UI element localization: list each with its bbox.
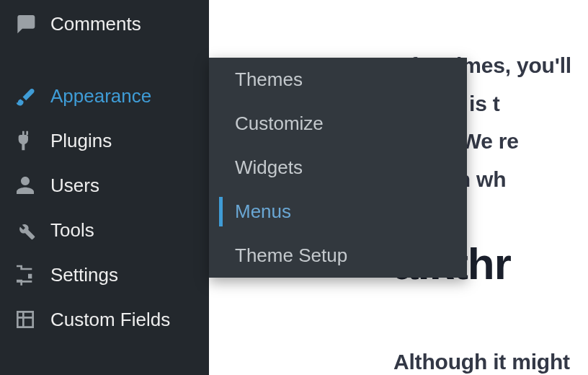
sidebar-item-label: Users	[50, 175, 99, 197]
submenu-item-menus[interactable]: Menus	[209, 190, 467, 234]
sidebar-item-label: Appearance	[50, 85, 151, 107]
brush-icon	[13, 84, 37, 108]
sidebar-item-tools[interactable]: Tools	[0, 208, 209, 252]
wrench-icon	[13, 218, 37, 242]
sidebar-item-label: Plugins	[50, 130, 112, 152]
admin-sidebar: Comments Appearance Plugins Users	[0, 0, 209, 375]
sidebar-item-label: Settings	[50, 264, 118, 286]
grid-icon	[13, 307, 37, 332]
submenu-item-customize[interactable]: Customize	[209, 102, 467, 146]
sidebar-item-label: Comments	[50, 13, 141, 35]
plug-icon	[13, 128, 37, 153]
sidebar-item-appearance[interactable]: Appearance	[0, 74, 209, 118]
submenu-item-theme-setup[interactable]: Theme Setup	[209, 234, 467, 278]
submenu-item-themes[interactable]: Themes	[209, 58, 467, 102]
body-text-line: Although it might	[393, 345, 588, 375]
sliders-icon	[13, 262, 37, 287]
sidebar-item-label: Tools	[50, 219, 94, 242]
user-icon	[13, 173, 37, 198]
sidebar-item-plugins[interactable]: Plugins	[0, 118, 209, 163]
comment-icon	[13, 12, 37, 36]
sidebar-separator	[0, 49, 209, 74]
appearance-submenu: Themes Customize Widgets Menus Theme Set…	[209, 58, 467, 278]
submenu-item-widgets[interactable]: Widgets	[209, 146, 467, 190]
sidebar-item-users[interactable]: Users	[0, 163, 209, 208]
sidebar-item-label: Custom Fields	[50, 309, 170, 331]
sidebar-item-custom-fields[interactable]: Custom Fields	[0, 297, 209, 342]
app-root: Oftentimes, you'll do this is t mizer. W…	[0, 0, 588, 375]
sidebar-item-settings[interactable]: Settings	[0, 252, 209, 297]
sidebar-item-comments[interactable]: Comments	[0, 0, 209, 49]
